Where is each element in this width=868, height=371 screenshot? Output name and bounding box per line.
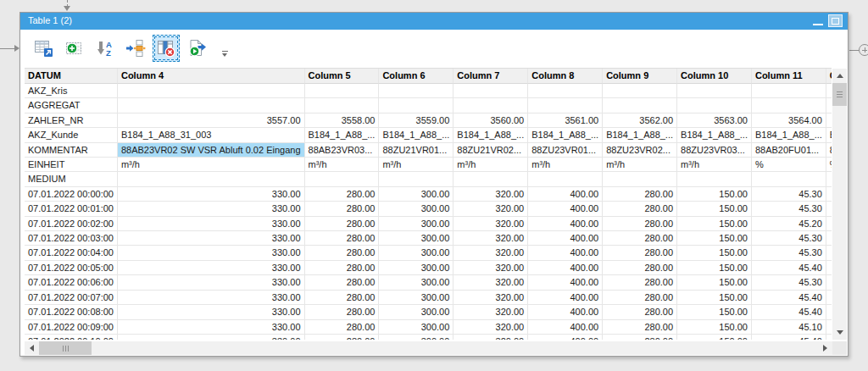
row-label[interactable]: AKZ_Kris (25, 84, 118, 98)
cell[interactable] (379, 172, 453, 186)
cell[interactable] (528, 84, 603, 98)
column-header[interactable]: Column 11 (752, 69, 826, 84)
cell[interactable]: 320.00 (453, 246, 528, 260)
cell[interactable]: 400.00 (528, 187, 603, 202)
cell[interactable] (603, 84, 677, 98)
cell[interactable]: 330.00 (118, 187, 305, 202)
cell[interactable]: 0.00 (826, 335, 832, 340)
cell[interactable] (528, 172, 603, 186)
cell[interactable]: 45.30 (752, 275, 826, 290)
cell[interactable]: 400.00 (528, 261, 603, 275)
cell[interactable]: 150.00 (677, 291, 752, 305)
cell[interactable]: 300.00 (379, 291, 453, 305)
column-header[interactable]: Column 8 (528, 69, 603, 84)
scroll-left-button[interactable] (25, 341, 39, 355)
cell[interactable]: 3560.00 (453, 114, 528, 128)
vertical-scrollbar[interactable] (832, 69, 847, 340)
cell[interactable]: 400.00 (528, 291, 603, 305)
cell[interactable]: 280.00 (603, 335, 677, 340)
cell[interactable]: 300.00 (379, 305, 453, 319)
cell[interactable]: 320.00 (453, 305, 528, 319)
cell[interactable] (305, 172, 380, 186)
cell[interactable]: m³/h (379, 158, 453, 172)
delete-column-button[interactable] (153, 35, 180, 62)
column-header[interactable]: Column 4 (118, 69, 305, 84)
cell[interactable]: 280.00 (305, 275, 380, 290)
window-titlebar[interactable]: Table 1 (2) (20, 13, 848, 30)
cell[interactable]: 150.00 (677, 261, 752, 275)
cell[interactable]: 150.00 (677, 187, 752, 202)
cell[interactable]: 88ZU23VR02... (603, 143, 677, 158)
cell[interactable]: 320.00 (453, 291, 528, 305)
cell[interactable] (379, 98, 453, 113)
cell[interactable]: 280.00 (305, 261, 380, 275)
cell[interactable]: 400.00 (528, 202, 603, 216)
cell[interactable] (603, 172, 677, 186)
cell[interactable] (603, 98, 677, 113)
row-label[interactable]: 07.01.2022 00:06:00 (25, 275, 118, 290)
cell[interactable]: 280.00 (305, 187, 380, 202)
cell[interactable]: 3564.00 (752, 114, 826, 128)
cell[interactable]: 320.00 (453, 217, 528, 231)
minimize-button[interactable] (813, 24, 823, 25)
cell[interactable]: 400.00 (528, 246, 603, 260)
cell[interactable]: 280.00 (603, 217, 677, 231)
cell[interactable]: m³/h (603, 158, 677, 172)
cell[interactable]: 3557.00 (118, 114, 305, 128)
column-header[interactable]: DATUM (25, 69, 118, 84)
cell[interactable] (118, 172, 305, 186)
column-header[interactable]: Column 6 (379, 69, 453, 84)
run-export-button[interactable] (183, 35, 210, 62)
cell[interactable]: m³/h (305, 158, 380, 172)
cell[interactable]: 45.30 (752, 187, 826, 202)
cell[interactable]: 330.00 (118, 202, 305, 216)
column-header[interactable]: Column 10 (677, 69, 752, 84)
scroll-down-button[interactable] (832, 325, 847, 340)
cell[interactable]: 150.00 (677, 305, 752, 319)
cell[interactable]: 400.00 (528, 275, 603, 290)
cell[interactable] (826, 172, 832, 186)
cell[interactable]: 0.00 (826, 305, 832, 319)
row-label[interactable]: 07.01.2022 00:00:00 (25, 187, 118, 202)
cell[interactable]: B184_1_A88_31_003 (118, 128, 305, 142)
row-label[interactable]: 07.01.2022 00:03:00 (25, 231, 118, 246)
cell[interactable]: 320.00 (453, 320, 528, 335)
cell[interactable]: 88ZU21VR01... (379, 143, 453, 158)
add-table-button[interactable] (61, 35, 88, 62)
cell[interactable]: % (752, 158, 826, 172)
cell[interactable]: 300.00 (379, 217, 453, 231)
cell[interactable]: 280.00 (603, 202, 677, 216)
cell[interactable]: 330.00 (118, 217, 305, 231)
horizontal-scroll-track[interactable] (92, 341, 818, 355)
cell[interactable]: m³/h (453, 158, 528, 172)
cell[interactable] (305, 84, 380, 98)
sort-az-button[interactable]: A Z (92, 35, 119, 62)
cell[interactable]: 280.00 (305, 320, 380, 335)
row-label[interactable]: 07.01.2022 00:08:00 (25, 305, 118, 319)
cell[interactable] (453, 98, 528, 113)
insert-column-button[interactable] (122, 35, 149, 62)
cell[interactable]: 330.00 (118, 320, 305, 335)
cell[interactable]: 0.00 (826, 217, 832, 231)
toolbar-overflow-button[interactable] (219, 36, 231, 61)
row-label[interactable]: KOMMENTAR (25, 143, 118, 158)
cell[interactable]: 150.00 (677, 275, 752, 290)
cell[interactable]: 150.00 (677, 246, 752, 260)
cell[interactable]: 400.00 (528, 335, 603, 340)
cell[interactable]: 45.20 (752, 217, 826, 231)
cell[interactable]: 280.00 (305, 291, 380, 305)
cell[interactable]: 88ZU23VR01... (528, 143, 603, 158)
cell[interactable]: B184_1_A88_... (603, 128, 677, 142)
cell[interactable]: 330.00 (118, 275, 305, 290)
cell[interactable]: 330.00 (118, 305, 305, 319)
horizontal-scroll-thumb[interactable] (39, 341, 92, 355)
cell[interactable] (379, 84, 453, 98)
cell[interactable]: 0.00 (826, 261, 832, 275)
cell[interactable]: 45.40 (752, 261, 826, 275)
cell[interactable] (677, 98, 752, 113)
cell[interactable]: 300.00 (379, 231, 453, 246)
row-label[interactable]: 07.01.2022 00:01:00 (25, 202, 118, 216)
cell[interactable] (677, 84, 752, 98)
cell[interactable]: 280.00 (603, 231, 677, 246)
cell[interactable]: 45.30 (752, 246, 826, 260)
